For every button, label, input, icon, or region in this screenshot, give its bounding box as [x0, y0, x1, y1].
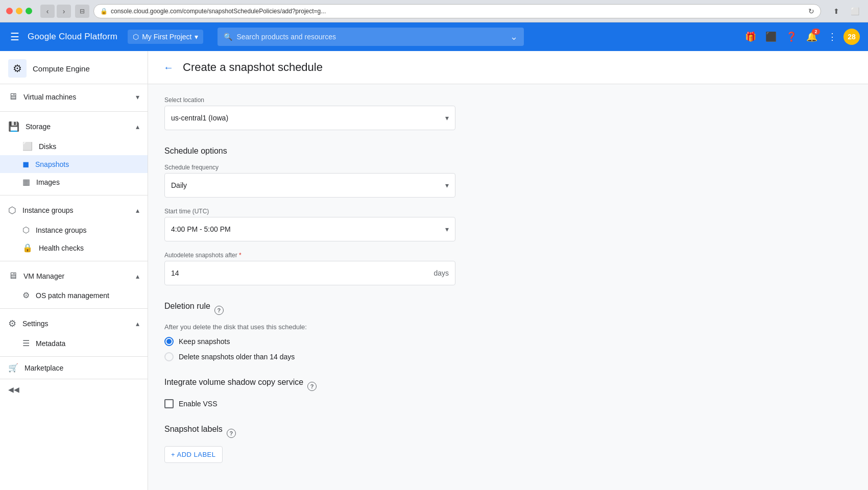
frequency-dropdown-icon: ▾: [445, 181, 449, 189]
vm-manager-icon: 🖥: [8, 271, 17, 281]
search-expand-icon[interactable]: ⌄: [510, 31, 518, 42]
project-selector[interactable]: ⬡ My First Project ▾: [128, 30, 203, 44]
ig-chevron-icon: ▴: [136, 206, 139, 214]
help-icon[interactable]: ❓: [782, 28, 801, 46]
vm-chevron-icon: ▾: [136, 93, 139, 101]
search-bar[interactable]: 🔍 Search products and resources ⌄: [218, 28, 524, 46]
settings-icon: ⚙: [8, 318, 16, 329]
back-browser-button[interactable]: ‹: [40, 5, 55, 18]
start-time-field-group: Start time (UTC) 4:00 PM - 5:00 PM ▾: [164, 208, 464, 241]
snapshot-labels-section: Snapshot labels ? + ADD LABEL: [164, 425, 464, 463]
sidebar-header-storage[interactable]: 💾 Storage ▴: [0, 116, 148, 137]
divider-4: [0, 308, 148, 309]
deletion-rule-help-icon[interactable]: ?: [214, 306, 224, 315]
autodelete-suffix: days: [433, 269, 449, 277]
radio-delete-snapshots[interactable]: Delete snapshots older than 14 days: [164, 352, 464, 361]
more-options-icon[interactable]: ⋮: [823, 28, 841, 46]
snapshot-labels-help-icon[interactable]: ?: [227, 429, 236, 438]
user-avatar[interactable]: 28: [843, 29, 860, 45]
radio-keep-circle: [164, 337, 174, 346]
sidebar-header-ig-left: ⬡ Instance groups: [8, 205, 74, 216]
radio-delete-circle: [164, 352, 174, 361]
project-dropdown-icon: ▾: [195, 33, 198, 41]
form-content: Select location us-central1 (Iowa) ▾ Sch…: [148, 84, 480, 490]
forward-browser-button[interactable]: ›: [57, 5, 71, 18]
back-button[interactable]: ←: [160, 59, 177, 76]
location-section: Select location us-central1 (Iowa) ▾: [164, 96, 464, 130]
hamburger-menu-icon[interactable]: ☰: [8, 29, 21, 45]
divider-5: [0, 356, 148, 357]
autodelete-label: Autodelete snapshots after: [164, 252, 464, 259]
address-bar[interactable]: 🔒 console.cloud.google.com/compute/snaps…: [93, 4, 821, 18]
autodelete-field-group: Autodelete snapshots after days: [164, 252, 464, 285]
gift-icon[interactable]: 🎁: [741, 28, 760, 46]
vm-icon: 🖥: [8, 91, 17, 102]
sidebar-snapshots-label: Snapshots: [35, 160, 69, 168]
divider-1: [0, 111, 148, 112]
sidebar-item-health-checks[interactable]: 🔒 Health checks: [0, 239, 148, 257]
add-label-button[interactable]: + ADD LABEL: [164, 446, 223, 463]
start-time-label: Start time (UTC): [164, 208, 464, 215]
sidebar-item-os-patch[interactable]: ⚙ OS patch management: [0, 286, 148, 304]
sidebar-settings-label: Settings: [22, 320, 49, 328]
compute-engine-icon: ⚙: [8, 59, 27, 78]
close-traffic-light[interactable]: [6, 8, 13, 14]
sidebar-toggle-button[interactable]: ⊟: [75, 5, 89, 18]
reload-icon[interactable]: ↻: [808, 7, 814, 15]
radio-keep-dot: [166, 339, 172, 344]
notifications-icon[interactable]: 🔔 2: [803, 28, 821, 46]
start-time-dropdown-icon: ▾: [445, 225, 449, 233]
instance-groups-section-icon: ⬡: [8, 205, 16, 216]
sidebar-item-images[interactable]: ▦ Images: [0, 173, 148, 191]
frequency-select[interactable]: Daily ▾: [164, 173, 455, 198]
sidebar-item-snapshots[interactable]: ◼ Snapshots: [0, 155, 148, 173]
start-time-select[interactable]: 4:00 PM - 5:00 PM ▾: [164, 217, 455, 241]
frequency-field-group: Schedule frequency Daily ▾: [164, 164, 464, 198]
autodelete-input[interactable]: [171, 269, 433, 277]
minimize-traffic-light[interactable]: [16, 8, 22, 14]
location-select[interactable]: us-central1 (Iowa) ▾: [164, 106, 455, 130]
marketplace-icon: 🛒: [8, 363, 18, 373]
sidebar-collapse-button[interactable]: ◀◀: [0, 381, 148, 398]
browser-actions: ⬆ ⬜: [829, 5, 862, 18]
vss-checkbox-item[interactable]: Enable VSS: [164, 399, 464, 408]
sidebar-header-vm-manager[interactable]: 🖥 VM Manager ▴: [0, 265, 148, 286]
share-icon[interactable]: ⬆: [829, 5, 843, 18]
location-label: Select location: [164, 96, 464, 104]
frequency-label: Schedule frequency: [164, 164, 464, 171]
browser-nav-buttons: ‹ ›: [40, 5, 71, 18]
browser-chrome: ‹ › ⊟ 🔒 console.cloud.google.com/compute…: [0, 0, 868, 22]
sidebar-header-virtual-machines[interactable]: 🖥 Virtual machines ▾: [0, 86, 148, 107]
sidebar: ⚙ Compute Engine 🖥 Virtual machines ▾ 💾 …: [0, 51, 148, 490]
sidebar-vm-label: Virtual machines: [23, 93, 76, 101]
schedule-options-title: Schedule options: [164, 146, 464, 156]
disks-icon: ⬜: [22, 141, 33, 151]
sidebar-item-metadata[interactable]: ☰ Metadata: [0, 334, 148, 352]
maximize-traffic-light[interactable]: [26, 8, 32, 14]
traffic-lights: [6, 8, 32, 14]
sidebar-header-instance-groups[interactable]: ⬡ Instance groups ▴: [0, 200, 148, 221]
storage-icon: 💾: [8, 121, 19, 132]
location-value: us-central1 (Iowa): [171, 114, 228, 122]
sidebar-header-vm-left: 🖥 Virtual machines: [8, 91, 76, 102]
sidebar-header-settings[interactable]: ⚙ Settings ▴: [0, 313, 148, 334]
divider-6: [0, 379, 148, 379]
sidebar-item-disks[interactable]: ⬜ Disks: [0, 137, 148, 155]
sidebar-section-instance-groups: ⬡ Instance groups ▴ ⬡ Instance groups 🔒 …: [0, 198, 148, 259]
sidebar-ig-label: Instance groups: [22, 206, 74, 214]
extensions-icon[interactable]: ⬜: [848, 5, 862, 18]
sidebar-section-vm-manager: 🖥 VM Manager ▴ ⚙ OS patch management: [0, 263, 148, 306]
sidebar-item-marketplace[interactable]: 🛒 Marketplace: [0, 359, 148, 377]
vss-checkbox[interactable]: [164, 399, 174, 408]
lock-icon: 🔒: [100, 8, 108, 15]
cloud-shell-icon[interactable]: ⬛: [762, 28, 780, 46]
search-icon: 🔍: [224, 33, 232, 41]
radio-keep-snapshots[interactable]: Keep snapshots: [164, 337, 464, 346]
back-arrow-icon: ←: [163, 62, 174, 74]
sidebar-item-instance-groups[interactable]: ⬡ Instance groups: [0, 221, 148, 239]
sidebar-marketplace-label: Marketplace: [25, 364, 63, 372]
snapshot-labels-title-row: Snapshot labels ?: [164, 425, 464, 442]
vss-help-icon[interactable]: ?: [307, 382, 317, 391]
start-time-value: 4:00 PM - 5:00 PM: [171, 225, 231, 233]
storage-chevron-icon: ▴: [136, 122, 139, 131]
